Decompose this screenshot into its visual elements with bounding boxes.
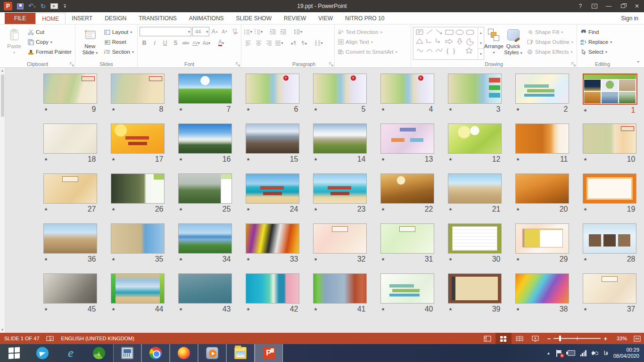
animation-star-icon[interactable]: ★	[516, 257, 520, 262]
taskbar-download-manager[interactable]	[85, 344, 113, 362]
slide-thumbnail-3[interactable]	[448, 74, 502, 104]
cut-button[interactable]: Cut	[26, 28, 73, 36]
line-spacing-button[interactable]: ▾	[293, 27, 303, 36]
collapse-ribbon-button[interactable]: ⌃	[636, 60, 640, 66]
scrollbar-thumb[interactable]	[1, 74, 4, 117]
new-slide-button[interactable]: New Slide ▾	[77, 26, 103, 60]
slide-thumbnail-31[interactable]	[380, 223, 434, 254]
animation-star-icon[interactable]: ★	[449, 307, 453, 312]
tab-nitro-pro[interactable]: NITRO PRO 10	[339, 13, 390, 24]
slide-thumbnail-2[interactable]	[515, 74, 569, 104]
taskbar-clock[interactable]: 00:29 08/04/2020	[613, 347, 639, 359]
animation-star-icon[interactable]: ★	[247, 307, 250, 312]
font-size-combo[interactable]: 44▾	[192, 27, 209, 36]
animation-star-icon[interactable]: ★	[179, 257, 183, 262]
animation-star-icon[interactable]: ★	[584, 257, 587, 262]
format-painter-button[interactable]: Format Painter	[26, 48, 73, 56]
slide-thumbnail-5[interactable]	[313, 74, 367, 104]
slide-thumbnail-20[interactable]	[515, 173, 569, 204]
tab-view[interactable]: VIEW	[312, 13, 339, 24]
slide-thumbnail-44[interactable]	[111, 273, 165, 304]
slide-thumbnail-9[interactable]	[43, 74, 97, 104]
slide-thumbnail-38[interactable]	[515, 273, 569, 304]
slide-thumbnail-30[interactable]	[448, 223, 502, 254]
slide-thumbnail-10[interactable]	[583, 123, 636, 154]
increase-indent-button[interactable]	[279, 27, 288, 36]
animation-star-icon[interactable]: ★	[381, 107, 385, 112]
rtl-text-direction-button[interactable]: ¶◂	[299, 39, 309, 48]
power-icon[interactable]	[568, 350, 575, 356]
align-center-button[interactable]	[254, 39, 263, 48]
quick-styles-button[interactable]: Quick Styles ▾	[504, 26, 523, 60]
show-hidden-icons-button[interactable]: ▲	[547, 351, 551, 355]
animation-star-icon[interactable]: ★	[44, 107, 48, 112]
slide-thumbnail-17[interactable]	[111, 123, 165, 154]
slide-thumbnail-22[interactable]	[380, 173, 434, 204]
columns-button[interactable]: ▾	[314, 39, 323, 48]
animation-star-icon[interactable]: ★	[516, 157, 520, 162]
animation-star-icon[interactable]: ★	[449, 157, 453, 162]
language-indicator[interactable]: ENGLISH (UNITED KINGDOM)	[61, 336, 134, 341]
slide-sorter-view-button[interactable]	[495, 333, 512, 344]
ribbon-display-options-button[interactable]: ˄	[587, 0, 602, 12]
zoom-percentage[interactable]: 33%	[611, 336, 627, 341]
animation-star-icon[interactable]: ★	[44, 307, 48, 312]
animation-star-icon[interactable]: ★	[247, 207, 250, 212]
animation-star-icon[interactable]: ★	[584, 307, 587, 312]
arrange-button[interactable]: Arrange▾	[484, 26, 504, 60]
animation-star-icon[interactable]: ★	[584, 157, 587, 162]
sign-in-link[interactable]: Sign in	[621, 15, 638, 24]
undo-icon[interactable]: ↶▾	[28, 2, 36, 11]
slide-thumbnail-36[interactable]	[43, 223, 97, 254]
animation-star-icon[interactable]: ★	[314, 207, 318, 212]
taskbar-keyboard-viewer[interactable]	[113, 344, 141, 362]
slide-thumbnail-40[interactable]	[380, 273, 434, 304]
copy-button[interactable]: Copy▾	[26, 38, 73, 46]
scroll-down-icon[interactable]: ▼	[1, 327, 4, 333]
slide-thumbnail-45[interactable]	[43, 273, 97, 304]
tab-insert[interactable]: INSERT	[66, 13, 99, 24]
animation-star-icon[interactable]: ★	[112, 257, 116, 262]
slide-thumbnail-29[interactable]	[515, 223, 569, 254]
slide-thumbnail-25[interactable]	[178, 173, 232, 204]
vertical-scrollbar[interactable]: ▲ ▼	[0, 68, 5, 333]
slide-thumbnail-15[interactable]	[246, 123, 299, 154]
slide-show-button[interactable]	[528, 333, 544, 344]
animation-star-icon[interactable]: ★	[516, 307, 520, 312]
clipboard-dialog-launcher[interactable]	[70, 62, 74, 66]
fit-slide-to-window-button[interactable]	[630, 333, 644, 344]
animation-star-icon[interactable]: ★	[449, 257, 453, 262]
zoom-in-button[interactable]: +	[603, 335, 607, 342]
bold-button[interactable]: B	[140, 39, 149, 48]
tab-slideshow[interactable]: SLIDE SHOW	[230, 13, 278, 24]
taskbar-chrome[interactable]	[141, 344, 170, 362]
tab-review[interactable]: REVIEW	[278, 13, 312, 24]
shape-fill-button[interactable]: Shape Fill▾	[526, 28, 575, 36]
start-slideshow-icon[interactable]	[50, 3, 58, 9]
slide-thumbnail-28[interactable]	[583, 223, 636, 254]
slide-thumbnail-23[interactable]	[313, 173, 367, 204]
shape-outline-button[interactable]: Shape Outline▾	[526, 38, 575, 46]
slide-thumbnail-11[interactable]	[515, 123, 569, 154]
decrease-indent-button[interactable]	[268, 27, 278, 36]
shape-effects-button[interactable]: Shape Effects▾	[526, 48, 575, 56]
tab-file[interactable]: FILE	[5, 13, 35, 24]
animation-star-icon[interactable]: ★	[247, 257, 250, 262]
slide-thumbnail-8[interactable]	[111, 74, 165, 104]
align-text-button[interactable]: Align Text▾	[337, 38, 409, 46]
animation-star-icon[interactable]: ★	[381, 207, 385, 212]
spell-check-icon[interactable]	[46, 336, 54, 342]
slide-thumbnail-4[interactable]	[380, 74, 434, 104]
slide-thumbnail-41[interactable]	[313, 273, 367, 304]
animation-star-icon[interactable]: ★	[381, 257, 385, 262]
paste-button[interactable]: Paste▾	[2, 26, 26, 60]
customize-qat-icon[interactable]: ▾	[64, 4, 66, 8]
drawing-dialog-launcher[interactable]	[571, 62, 576, 66]
taskbar-file-explorer[interactable]	[226, 344, 255, 362]
undo-dropdown-icon[interactable]: ▾	[34, 5, 36, 9]
animation-star-icon[interactable]: ★	[516, 207, 520, 212]
animation-star-icon[interactable]: ★	[516, 107, 520, 112]
animation-star-icon[interactable]: ★	[314, 307, 318, 312]
slide-thumbnail-43[interactable]	[178, 273, 232, 304]
close-button[interactable]: ✕	[630, 0, 644, 12]
